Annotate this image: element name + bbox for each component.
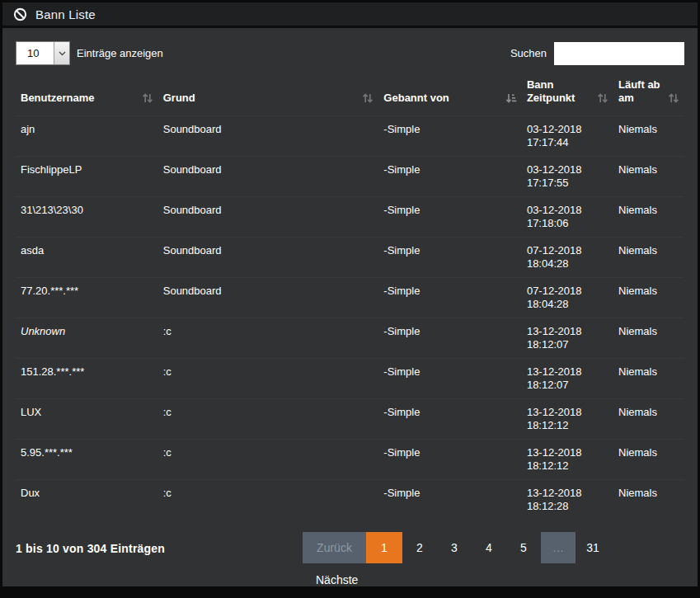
table-header-row: Benutzername Grund [16, 73, 684, 116]
panel-body: 10 Einträge anzeigen Suchen Benutzername [2, 28, 698, 598]
next-page-button[interactable]: Nächste [303, 567, 371, 593]
cell-grund: :c [158, 359, 379, 399]
cell-bann-zeitpunkt: 07-12-2018 18:04:28 [522, 278, 613, 318]
table-row: ajn Soundboard -Simple 03-12-2018 17:17:… [16, 116, 684, 157]
cell-benutzername: Unknown [16, 318, 158, 359]
cell-grund: Soundboard [158, 116, 379, 157]
cell-laeuft-ab-am: Niemals [613, 197, 684, 238]
search-label: Suchen [510, 47, 547, 59]
cell-gebannt-von: -Simple [378, 318, 522, 359]
cell-gebannt-von: -Simple [378, 278, 522, 318]
cell-gebannt-von: -Simple [378, 399, 522, 440]
page-length-label: Einträge anzeigen [77, 47, 163, 59]
cell-bann-zeitpunkt: 03-12-2018 17:18:06 [522, 197, 613, 238]
cell-grund: :c [158, 399, 379, 440]
cell-bann-zeitpunkt: 13-12-2018 18:12:12 [522, 440, 613, 480]
cell-grund: Soundboard [158, 197, 379, 238]
cell-gebannt-von: -Simple [378, 238, 522, 278]
previous-page-button[interactable]: Zurück [303, 532, 366, 563]
sort-both-icon [362, 92, 373, 104]
cell-bann-zeitpunkt: 13-12-2018 18:12:07 [522, 359, 613, 399]
table-controls: 10 Einträge anzeigen Suchen [16, 41, 684, 65]
page-button-5[interactable]: 5 [506, 532, 541, 563]
cell-grund: :c [158, 440, 379, 480]
cell-gebannt-von: -Simple [378, 359, 522, 399]
column-header-grund[interactable]: Grund [158, 73, 379, 116]
cell-benutzername: 77.20.***.*** [16, 278, 158, 318]
cell-bann-zeitpunkt: 13-12-2018 18:12:12 [522, 399, 613, 440]
page-button-3[interactable]: 3 [437, 532, 472, 563]
cell-gebannt-von: -Simple [378, 116, 522, 157]
cell-grund: Soundboard [158, 238, 379, 278]
column-label: Läuft ab am [618, 78, 665, 105]
page-button-1[interactable]: 1 [366, 532, 402, 563]
cell-bann-zeitpunkt: 03-12-2018 17:17:44 [522, 116, 613, 157]
column-header-benutzername[interactable]: Benutzername [16, 73, 158, 116]
page-button-31[interactable]: 31 [576, 532, 610, 563]
cell-benutzername: ajn [16, 116, 158, 157]
column-label: Bann Zeitpunkt [527, 78, 594, 105]
cell-gebannt-von: -Simple [378, 440, 522, 480]
cell-laeuft-ab-am: Niemals [613, 116, 684, 157]
cell-grund: Soundboard [158, 157, 379, 197]
search-input[interactable] [554, 42, 684, 65]
page-title: Bann Liste [35, 7, 96, 21]
cell-bann-zeitpunkt: 13-12-2018 18:12:07 [522, 318, 613, 359]
column-header-gebannt-von[interactable]: Gebannt von [378, 73, 522, 116]
cell-gebannt-von: -Simple [378, 197, 522, 238]
cell-bann-zeitpunkt: 07-12-2018 18:04:28 [522, 238, 613, 278]
ban-table: Benutzername Grund [16, 73, 684, 520]
cell-bann-zeitpunkt: 03-12-2018 17:17:55 [522, 157, 613, 197]
pagination: Zurück 1 2 3 4 5 … 31 Nächste [303, 532, 612, 593]
cell-laeuft-ab-am: Niemals [613, 318, 684, 359]
cell-laeuft-ab-am: Niemals [613, 238, 684, 278]
cell-gebannt-von: -Simple [378, 157, 522, 197]
table-row: 77.20.***.*** Soundboard -Simple 07-12-2… [16, 278, 684, 318]
cell-grund: :c [158, 318, 379, 359]
table-row: 31\213\23\30 Soundboard -Simple 03-12-20… [16, 197, 684, 238]
ban-icon [13, 7, 27, 21]
table-row: asda Soundboard -Simple 07-12-2018 18:04… [16, 238, 684, 278]
sort-both-icon [142, 92, 153, 104]
column-label: Gebannt von [383, 92, 449, 105]
cell-laeuft-ab-am: Niemals [613, 278, 684, 318]
cell-laeuft-ab-am: Niemals [613, 157, 684, 197]
cell-benutzername: 151.28.***.*** [16, 359, 158, 399]
cell-benutzername: Dux [16, 480, 158, 520]
page-button-2[interactable]: 2 [402, 532, 437, 563]
cell-benutzername: LUX [16, 399, 158, 440]
table-footer: 1 bis 10 von 304 Einträgen Zurück 1 2 3 … [16, 532, 684, 593]
column-header-laeuft-ab-am[interactable]: Läuft ab am [613, 73, 684, 116]
page-ellipsis-button[interactable]: … [541, 532, 576, 563]
page-length-select-wrap: 10 [16, 41, 70, 65]
sort-amount-asc-icon [505, 92, 517, 104]
cell-laeuft-ab-am: Niemals [613, 399, 684, 440]
column-header-bann-zeitpunkt[interactable]: Bann Zeitpunkt [522, 73, 613, 116]
cell-grund: :c [158, 480, 379, 520]
entries-info: 1 bis 10 von 304 Einträgen [16, 532, 303, 555]
search-group: Suchen [510, 42, 684, 65]
page-length-select[interactable]: 10 [16, 41, 70, 65]
table-row: LUX :c -Simple 13-12-2018 18:12:12 Niema… [16, 399, 684, 440]
cell-laeuft-ab-am: Niemals [613, 480, 684, 520]
table-row: 151.28.***.*** :c -Simple 13-12-2018 18:… [16, 359, 684, 399]
ban-list-panel: Bann Liste 10 Einträge anzeigen Suchen [2, 2, 698, 586]
table-row: 5.95.***.*** :c -Simple 13-12-2018 18:12… [16, 440, 684, 480]
cell-gebannt-von: -Simple [378, 480, 522, 520]
cell-laeuft-ab-am: Niemals [613, 359, 684, 399]
cell-bann-zeitpunkt: 13-12-2018 18:12:28 [522, 480, 613, 520]
cell-grund: Soundboard [158, 278, 379, 318]
column-label: Grund [163, 92, 195, 105]
column-label: Benutzername [21, 92, 95, 105]
cell-benutzername: FischlippeLP [16, 157, 158, 197]
cell-benutzername: asda [16, 238, 158, 278]
table-row: FischlippeLP Soundboard -Simple 03-12-20… [16, 157, 684, 197]
panel-header: Bann Liste [2, 2, 698, 28]
table-row: Dux :c -Simple 13-12-2018 18:12:28 Niema… [16, 480, 684, 520]
cell-benutzername: 31\213\23\30 [16, 197, 158, 238]
cell-benutzername: 5.95.***.*** [16, 440, 158, 480]
sort-both-icon [668, 92, 679, 104]
table-row: Unknown :c -Simple 13-12-2018 18:12:07 N… [16, 318, 684, 359]
page-button-4[interactable]: 4 [472, 532, 506, 563]
cell-laeuft-ab-am: Niemals [613, 440, 684, 480]
